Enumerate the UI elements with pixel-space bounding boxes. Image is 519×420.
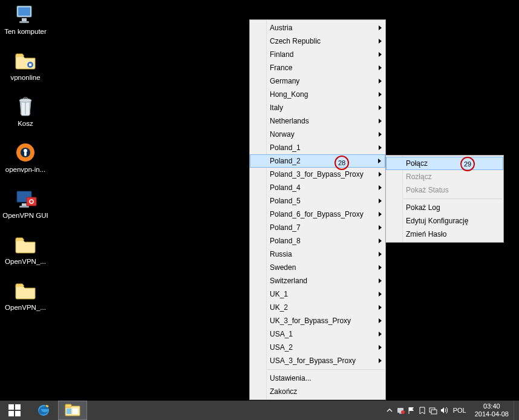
svg-rect-23 xyxy=(65,404,71,407)
menu-item-poland-6-for-bypass-proxy[interactable]: Poland_6_for_Bypass_Proxy xyxy=(250,208,385,221)
menu-item-poland-2[interactable]: Poland_2 xyxy=(250,154,385,168)
tray-openvpn-icon[interactable] xyxy=(395,401,406,420)
submenu-item-poka-log[interactable]: Pokaż Log xyxy=(386,201,503,214)
desktop-icon-kosz[interactable]: Kosz xyxy=(2,94,48,128)
menu-item-usa-1[interactable]: USA_1 xyxy=(250,327,385,341)
desktop-icon-label: OpenVPN_... xyxy=(5,304,46,312)
desktop-icon-openvpn-folder-1[interactable]: OpenVPN_... xyxy=(2,232,48,266)
menu-item-france[interactable]: France xyxy=(250,61,385,74)
tray-context-menu: AustriaCzech RepublicFinlandFranceGerman… xyxy=(249,19,386,400)
desktop-icon-label: OpenVPN GUI xyxy=(2,212,48,220)
menu-item-label: Pokaż Log xyxy=(406,203,440,212)
desktop-icon-label: Kosz xyxy=(18,120,33,128)
submenu-arrow-icon xyxy=(379,318,382,323)
submenu-arrow-icon xyxy=(379,358,382,363)
menu-item-label: Poland_7 xyxy=(270,223,301,232)
menu-item-usa-3-for-bypass-proxy[interactable]: USA_3_for_Bypass_Proxy xyxy=(250,354,385,367)
menu-item-finland[interactable]: Finland xyxy=(250,48,385,61)
submenu-arrow-icon xyxy=(378,159,381,163)
menu-item-uk-2[interactable]: UK_2 xyxy=(250,301,385,314)
menu-item-label: Norway xyxy=(270,130,295,139)
submenu-arrow-icon xyxy=(379,185,382,190)
menu-item-russia[interactable]: Russia xyxy=(250,248,385,261)
menu-item-label: Poland_4 xyxy=(270,183,301,192)
submenu-arrow-icon xyxy=(379,199,382,203)
submenu-arrow-icon xyxy=(379,332,382,336)
submenu-arrow-icon xyxy=(379,105,382,110)
svg-rect-1 xyxy=(18,7,30,16)
submenu-arrow-icon xyxy=(379,345,382,350)
submenu-arrow-icon xyxy=(379,305,382,310)
menu-item-netherlands[interactable]: Netherlands xyxy=(250,114,385,128)
menu-item-poland-1[interactable]: Poland_1 xyxy=(250,141,385,154)
desktop-icon-ten-komputer[interactable]: Ten komputer xyxy=(2,2,48,36)
menu-item-poland-3-for-bypass-proxy[interactable]: Poland_3_for_Bypass_Proxy xyxy=(250,168,385,181)
menu-item-czech-republic[interactable]: Czech Republic xyxy=(250,34,385,48)
start-button[interactable] xyxy=(0,401,29,420)
menu-item-hong-kong[interactable]: Hong_Kong xyxy=(250,88,385,101)
file-explorer-icon xyxy=(65,404,80,417)
menu-item-label: USA_3_for_Bypass_Proxy xyxy=(270,356,356,365)
desktop-icon-vpnonline[interactable]: vpnonline xyxy=(2,48,48,82)
menu-item-label: Poland_3_for_Bypass_Proxy xyxy=(270,170,364,179)
desktop-icon-openvpn-installer[interactable]: openvpn-in... xyxy=(2,140,48,174)
tray-network-icon[interactable] xyxy=(428,401,439,420)
svg-rect-5 xyxy=(29,64,31,66)
menu-item-austria[interactable]: Austria xyxy=(250,21,385,34)
tray-overflow-button[interactable] xyxy=(384,401,395,420)
menu-item-poland-7[interactable]: Poland_7 xyxy=(250,221,385,234)
submenu-arrow-icon xyxy=(379,225,382,230)
menu-item-zako-cz[interactable]: Zakończ xyxy=(250,385,385,398)
submenu-arrow-icon xyxy=(379,172,382,177)
menu-item-label: Pokaż Status xyxy=(406,186,449,194)
tray-action-center-icon[interactable] xyxy=(417,401,428,420)
annotation-29: 29 xyxy=(460,157,475,171)
submenu-arrow-icon xyxy=(379,39,382,44)
menu-item-label: USA_2 xyxy=(270,343,293,352)
menu-item-uk-3-for-bypass-proxy[interactable]: UK_3_for_Bypass_Proxy xyxy=(250,314,385,327)
internet-explorer-icon xyxy=(36,403,51,418)
menu-item-label: Zakończ xyxy=(270,387,297,396)
menu-item-label: Switzerland xyxy=(270,277,307,285)
submenu-arrow-icon xyxy=(379,238,382,243)
submenu-item-po-cz[interactable]: Połącz xyxy=(386,157,503,170)
tray-volume-icon[interactable] xyxy=(439,401,449,420)
menu-separator xyxy=(403,199,502,199)
menu-item-usa-2[interactable]: USA_2 xyxy=(250,341,385,354)
submenu-arrow-icon xyxy=(379,79,382,84)
desktop-icon-label: Ten komputer xyxy=(4,28,47,36)
taskbar-button-ie[interactable] xyxy=(29,401,58,420)
desktop: Ten komputer vpnonline Kosz openvpn-in..… xyxy=(0,0,519,401)
menu-item-label: Poland_5 xyxy=(270,197,301,205)
submenu-item-zmie-has-o[interactable]: Zmień Hasło xyxy=(386,228,503,241)
taskbar-button-explorer[interactable] xyxy=(58,401,87,420)
menu-item-switzerland[interactable]: Switzerland xyxy=(250,274,385,287)
svg-rect-3 xyxy=(19,21,29,23)
menu-item-uk-1[interactable]: UK_1 xyxy=(250,287,385,301)
menu-item-germany[interactable]: Germany xyxy=(250,74,385,88)
desktop-icon-openvpn-gui[interactable]: OpenVPN GUI xyxy=(2,186,48,220)
menu-item-poland-4[interactable]: Poland_4 xyxy=(250,181,385,194)
menu-item-label: Rozłącz xyxy=(406,172,432,181)
menu-item-poland-8[interactable]: Poland_8 xyxy=(250,234,385,248)
submenu-arrow-icon xyxy=(379,132,382,137)
submenu-arrow-icon xyxy=(379,52,382,57)
submenu-item-edytuj-konfiguracj-[interactable]: Edytuj Konfigurację xyxy=(386,214,503,228)
tray-language-indicator[interactable]: POL xyxy=(449,407,470,414)
show-desktop-button[interactable] xyxy=(514,401,519,420)
menu-item-label: Czech Republic xyxy=(270,37,321,45)
desktop-icon-openvpn-folder-2[interactable]: OpenVPN_... xyxy=(2,278,48,312)
tray-flag-icon[interactable] xyxy=(406,401,417,420)
menu-item-ustawienia-[interactable]: Ustawienia... xyxy=(250,372,385,385)
taskbar-clock[interactable]: 03:40 2014-04-08 xyxy=(470,401,514,420)
annotation-28: 28 xyxy=(335,156,349,170)
menu-item-norway[interactable]: Norway xyxy=(250,128,385,141)
menu-item-poland-5[interactable]: Poland_5 xyxy=(250,194,385,208)
menu-item-label: Edytuj Konfigurację xyxy=(406,217,468,225)
submenu-arrow-icon xyxy=(379,65,382,70)
folder-icon xyxy=(13,232,38,257)
menu-item-sweden[interactable]: Sweden xyxy=(250,261,385,274)
menu-item-italy[interactable]: Italy xyxy=(250,101,385,114)
menu-item-label: Poland_1 xyxy=(270,143,301,152)
folder-icon xyxy=(13,48,38,73)
